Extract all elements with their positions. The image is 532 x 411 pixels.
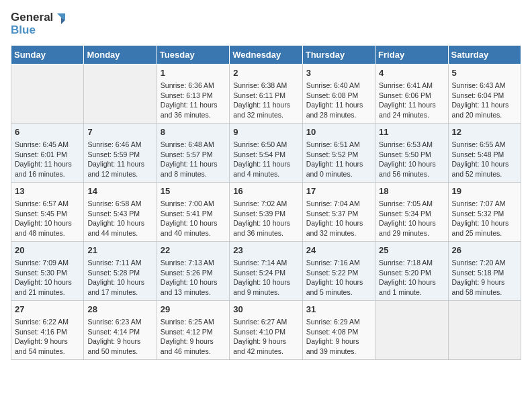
day-number: 17: [306, 185, 371, 197]
calendar-cell: 14Sunrise: 6:58 AMSunset: 5:43 PMDayligh…: [84, 182, 157, 241]
day-info: Sunrise: 6:25 AMSunset: 4:12 PMDaylight:…: [161, 317, 226, 357]
calendar-body: 1Sunrise: 6:36 AMSunset: 6:13 PMDaylight…: [11, 64, 521, 359]
day-info: Sunrise: 6:48 AMSunset: 5:57 PMDaylight:…: [161, 140, 226, 179]
calendar-cell: 21Sunrise: 7:11 AMSunset: 5:28 PMDayligh…: [84, 241, 157, 300]
calendar-cell: 23Sunrise: 7:14 AMSunset: 5:24 PMDayligh…: [230, 241, 302, 300]
day-number: 10: [306, 126, 371, 138]
day-number: 20: [15, 244, 80, 257]
day-info: Sunrise: 6:57 AMSunset: 5:45 PMDaylight:…: [15, 199, 80, 238]
day-info: Sunrise: 6:40 AMSunset: 6:08 PMDaylight:…: [306, 81, 371, 120]
calendar-cell: 26Sunrise: 7:20 AMSunset: 5:18 PMDayligh…: [448, 241, 521, 300]
day-info: Sunrise: 6:45 AMSunset: 6:01 PMDaylight:…: [15, 140, 80, 179]
week-row-0: 1Sunrise: 6:36 AMSunset: 6:13 PMDaylight…: [11, 64, 521, 123]
calendar-cell: 25Sunrise: 7:18 AMSunset: 5:20 PMDayligh…: [375, 241, 448, 300]
calendar-cell: 2Sunrise: 6:38 AMSunset: 6:11 PMDaylight…: [230, 64, 302, 123]
day-header-friday: Friday: [375, 45, 448, 64]
page-header: General Blue: [11, 11, 521, 37]
day-info: Sunrise: 7:05 AMSunset: 5:34 PMDaylight:…: [379, 199, 444, 238]
day-number: 25: [379, 244, 444, 257]
day-number: 24: [306, 244, 371, 257]
week-row-3: 20Sunrise: 7:09 AMSunset: 5:30 PMDayligh…: [11, 241, 521, 300]
day-number: 3: [306, 67, 371, 79]
calendar-cell: [448, 300, 521, 359]
calendar-cell: 11Sunrise: 6:53 AMSunset: 5:50 PMDayligh…: [375, 123, 448, 182]
week-row-1: 6Sunrise: 6:45 AMSunset: 6:01 PMDaylight…: [11, 123, 521, 182]
day-info: Sunrise: 7:14 AMSunset: 5:24 PMDaylight:…: [233, 258, 298, 298]
day-info: Sunrise: 7:16 AMSunset: 5:22 PMDaylight:…: [306, 258, 371, 298]
calendar-cell: 8Sunrise: 6:48 AMSunset: 5:57 PMDaylight…: [157, 123, 229, 182]
day-info: Sunrise: 7:09 AMSunset: 5:30 PMDaylight:…: [15, 258, 80, 298]
calendar-cell: 29Sunrise: 6:25 AMSunset: 4:12 PMDayligh…: [157, 300, 229, 359]
day-number: 26: [452, 244, 517, 257]
calendar-cell: 13Sunrise: 6:57 AMSunset: 5:45 PMDayligh…: [11, 182, 84, 241]
day-number: 15: [161, 185, 226, 197]
day-info: Sunrise: 6:46 AMSunset: 5:59 PMDaylight:…: [87, 140, 152, 179]
calendar-table: SundayMondayTuesdayWednesdayThursdayFrid…: [11, 45, 521, 360]
day-info: Sunrise: 7:02 AMSunset: 5:39 PMDaylight:…: [233, 199, 298, 238]
day-number: 1: [161, 67, 226, 79]
day-info: Sunrise: 7:18 AMSunset: 5:20 PMDaylight:…: [379, 258, 444, 298]
logo: General Blue: [11, 11, 68, 37]
calendar-cell: 1Sunrise: 6:36 AMSunset: 6:13 PMDaylight…: [157, 64, 229, 123]
day-header-monday: Monday: [84, 45, 157, 64]
day-number: 29: [161, 304, 226, 316]
calendar-cell: 6Sunrise: 6:45 AMSunset: 6:01 PMDaylight…: [11, 123, 84, 182]
day-info: Sunrise: 7:11 AMSunset: 5:28 PMDaylight:…: [87, 258, 152, 298]
day-number: 18: [379, 185, 444, 197]
day-number: 23: [233, 244, 298, 257]
day-number: 7: [87, 126, 152, 138]
day-info: Sunrise: 7:13 AMSunset: 5:26 PMDaylight:…: [161, 258, 226, 298]
day-info: Sunrise: 6:27 AMSunset: 4:10 PMDaylight:…: [233, 317, 298, 357]
logo-general: General: [11, 11, 53, 24]
week-row-4: 27Sunrise: 6:22 AMSunset: 4:16 PMDayligh…: [11, 300, 521, 359]
day-number: 30: [233, 304, 298, 316]
calendar-cell: 9Sunrise: 6:50 AMSunset: 5:54 PMDaylight…: [230, 123, 302, 182]
calendar-cell: [84, 64, 157, 123]
calendar-cell: 3Sunrise: 6:40 AMSunset: 6:08 PMDaylight…: [302, 64, 375, 123]
calendar-cell: 17Sunrise: 7:04 AMSunset: 5:37 PMDayligh…: [302, 182, 375, 241]
calendar-cell: 19Sunrise: 7:07 AMSunset: 5:32 PMDayligh…: [448, 182, 521, 241]
day-info: Sunrise: 7:04 AMSunset: 5:37 PMDaylight:…: [306, 199, 371, 238]
calendar-cell: 16Sunrise: 7:02 AMSunset: 5:39 PMDayligh…: [230, 182, 302, 241]
day-info: Sunrise: 7:20 AMSunset: 5:18 PMDaylight:…: [452, 258, 517, 298]
day-header-saturday: Saturday: [448, 45, 521, 64]
calendar-cell: 27Sunrise: 6:22 AMSunset: 4:16 PMDayligh…: [11, 300, 84, 359]
day-number: 14: [87, 185, 152, 197]
day-number: 12: [452, 126, 517, 138]
day-info: Sunrise: 6:29 AMSunset: 4:08 PMDaylight:…: [306, 317, 371, 357]
day-info: Sunrise: 6:38 AMSunset: 6:11 PMDaylight:…: [233, 81, 298, 120]
day-header-wednesday: Wednesday: [230, 45, 302, 64]
calendar-cell: 15Sunrise: 7:00 AMSunset: 5:41 PMDayligh…: [157, 182, 229, 241]
day-number: 22: [161, 244, 226, 257]
calendar-cell: 10Sunrise: 6:51 AMSunset: 5:52 PMDayligh…: [302, 123, 375, 182]
day-number: 9: [233, 126, 298, 138]
day-info: Sunrise: 6:53 AMSunset: 5:50 PMDaylight:…: [379, 140, 444, 179]
day-info: Sunrise: 6:22 AMSunset: 4:16 PMDaylight:…: [15, 317, 80, 357]
logo-arrow-icon: [54, 11, 68, 24]
calendar-cell: 28Sunrise: 6:23 AMSunset: 4:14 PMDayligh…: [84, 300, 157, 359]
day-header-tuesday: Tuesday: [157, 45, 229, 64]
calendar-cell: 30Sunrise: 6:27 AMSunset: 4:10 PMDayligh…: [230, 300, 302, 359]
day-info: Sunrise: 6:23 AMSunset: 4:14 PMDaylight:…: [87, 317, 152, 357]
day-info: Sunrise: 7:07 AMSunset: 5:32 PMDaylight:…: [452, 199, 517, 238]
week-row-2: 13Sunrise: 6:57 AMSunset: 5:45 PMDayligh…: [11, 182, 521, 241]
day-header-sunday: Sunday: [11, 45, 84, 64]
calendar-cell: 12Sunrise: 6:55 AMSunset: 5:48 PMDayligh…: [448, 123, 521, 182]
day-info: Sunrise: 6:50 AMSunset: 5:54 PMDaylight:…: [233, 140, 298, 179]
day-info: Sunrise: 7:00 AMSunset: 5:41 PMDaylight:…: [161, 199, 226, 238]
day-info: Sunrise: 6:41 AMSunset: 6:06 PMDaylight:…: [379, 81, 444, 120]
day-info: Sunrise: 6:55 AMSunset: 5:48 PMDaylight:…: [452, 140, 517, 179]
day-number: 11: [379, 126, 444, 138]
calendar-header-row: SundayMondayTuesdayWednesdayThursdayFrid…: [11, 45, 521, 64]
day-number: 4: [379, 67, 444, 79]
day-number: 28: [87, 304, 152, 316]
day-number: 31: [306, 304, 371, 316]
day-number: 6: [15, 126, 80, 138]
calendar-cell: [375, 300, 448, 359]
day-number: 27: [15, 304, 80, 316]
calendar-cell: 5Sunrise: 6:43 AMSunset: 6:04 PMDaylight…: [448, 64, 521, 123]
logo-blue: Blue: [11, 24, 36, 37]
day-number: 5: [452, 67, 517, 79]
day-number: 21: [87, 244, 152, 257]
calendar-cell: 4Sunrise: 6:41 AMSunset: 6:06 PMDaylight…: [375, 64, 448, 123]
